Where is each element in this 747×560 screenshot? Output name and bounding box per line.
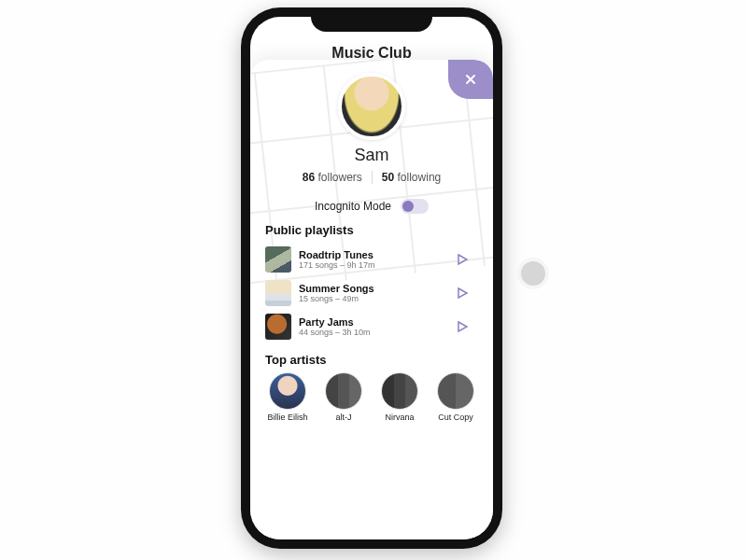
close-button[interactable]: [448, 60, 493, 99]
playlist-row[interactable]: Summer Songs 15 songs – 49m: [265, 276, 478, 310]
following-label: following: [398, 171, 442, 184]
artist-name: Billie Eilish: [265, 413, 310, 422]
artist-avatar: [325, 372, 362, 410]
playlist-row[interactable]: Roadtrip Tunes 171 songs – 9h 17m: [265, 243, 478, 276]
followers-label: followers: [317, 171, 361, 184]
following-count: 50: [382, 171, 394, 184]
playlist-meta: 44 songs – 3h 10m: [299, 328, 444, 337]
playlist-text: Party Jams 44 songs – 3h 10m: [299, 316, 444, 337]
artist-name: Nirvana: [377, 413, 422, 422]
profile-name: Sam: [250, 146, 493, 165]
followers-stat[interactable]: 86 followers: [293, 171, 372, 184]
artist-avatar: [381, 372, 418, 410]
playlist-title: Summer Songs: [299, 283, 444, 294]
artists-section-title: Top artists: [265, 353, 478, 367]
artist-name: alt-J: [321, 413, 366, 422]
svg-marker-2: [458, 255, 467, 264]
svg-marker-3: [458, 288, 467, 298]
playlist-art: [265, 314, 291, 340]
playlists-section-title: Public playlists: [265, 223, 478, 237]
playlist-text: Summer Songs 15 songs – 49m: [299, 283, 444, 303]
profile-sheet: Sam 86 followers 50 following Incognito …: [250, 60, 493, 539]
playlist-meta: 171 songs – 9h 17m: [299, 260, 444, 270]
incognito-row: Incognito Mode: [250, 199, 493, 214]
artist-item[interactable]: Billie Eilish: [265, 372, 310, 422]
artist-item[interactable]: Cut Copy: [433, 372, 478, 422]
avatar[interactable]: [338, 73, 405, 140]
play-icon: [455, 286, 470, 301]
play-icon: [455, 319, 470, 334]
artist-avatar: [437, 372, 474, 410]
close-icon: [463, 72, 478, 87]
playlist-title: Roadtrip Tunes: [299, 249, 444, 260]
playlist-art: [265, 280, 291, 306]
playlist-row[interactable]: Party Jams 44 songs – 3h 10m: [265, 310, 478, 343]
playlist-meta: 15 songs – 49m: [299, 294, 444, 303]
artist-avatar: [269, 372, 306, 410]
incognito-label: Incognito Mode: [315, 200, 391, 213]
toggle-knob: [402, 201, 414, 212]
device-notch: [311, 7, 432, 32]
playlists-section: Public playlists Roadtrip Tunes 171 song…: [250, 223, 493, 343]
artist-name: Cut Copy: [433, 413, 478, 422]
artists-section: Top artists Billie Eilish alt-J Nirvana: [250, 353, 493, 422]
followers-count: 86: [303, 171, 315, 184]
device-frame: Music Club Sam 86 followers 50 following: [241, 7, 502, 549]
artists-list: Billie Eilish alt-J Nirvana Cut Copy: [265, 372, 478, 422]
play-icon: [455, 252, 470, 267]
playlist-art: [265, 246, 291, 273]
artist-item[interactable]: alt-J: [321, 372, 366, 422]
play-button[interactable]: [452, 249, 472, 270]
incognito-toggle[interactable]: [401, 199, 429, 214]
playlist-text: Roadtrip Tunes 171 songs – 9h 17m: [299, 249, 444, 270]
artist-item[interactable]: Nirvana: [377, 372, 422, 422]
profile-stats: 86 followers 50 following: [250, 171, 493, 184]
play-button[interactable]: [452, 283, 472, 303]
cursor-indicator-icon: [521, 261, 545, 286]
playlist-title: Party Jams: [299, 316, 444, 328]
following-stat[interactable]: 50 following: [372, 171, 450, 184]
play-button[interactable]: [452, 316, 472, 337]
svg-marker-4: [458, 322, 467, 331]
app-screen: Music Club Sam 86 followers 50 following: [250, 17, 493, 539]
